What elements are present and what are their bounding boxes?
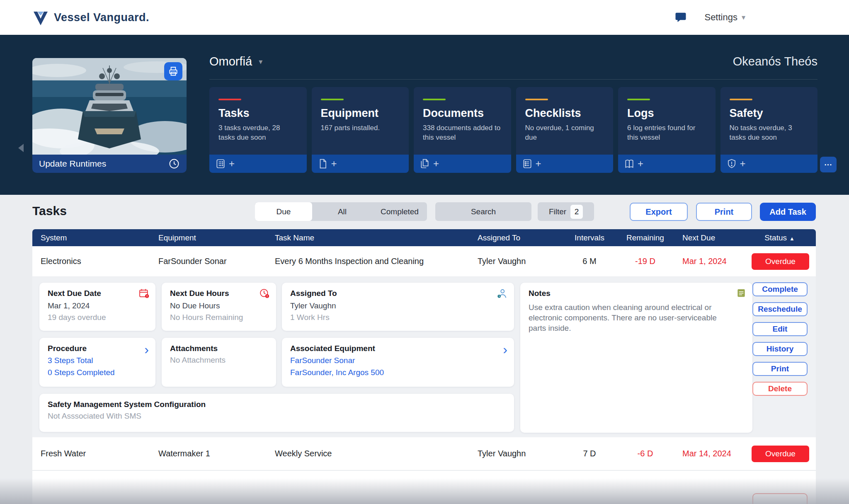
task-filter-tabs: Due All Completed bbox=[255, 202, 427, 221]
add-equipment-quick-action[interactable]: + bbox=[312, 155, 409, 173]
accent-bar bbox=[525, 99, 548, 100]
stat-card-title: Documents bbox=[423, 107, 503, 120]
previous-vessel-arrow[interactable] bbox=[18, 144, 24, 152]
table-row[interactable]: Electronics FarSounder Sonar Every 6 Mon… bbox=[32, 246, 816, 277]
row-task-name: Weekly Service bbox=[267, 449, 469, 458]
more-cards-button[interactable]: ... bbox=[820, 157, 837, 172]
accent-bar bbox=[423, 99, 446, 100]
search-button[interactable]: Search bbox=[435, 202, 531, 221]
next-due-hours-value: No Due Hours bbox=[170, 301, 268, 310]
export-button[interactable]: Export bbox=[630, 203, 688, 221]
plus-icon: + bbox=[433, 159, 439, 169]
vessel-name: Omorfiá bbox=[209, 55, 252, 68]
column-system[interactable]: System bbox=[32, 233, 150, 242]
print-task-button[interactable]: Print bbox=[752, 362, 808, 376]
row-system: Electronics bbox=[32, 257, 150, 266]
plus-icon: + bbox=[740, 159, 746, 169]
row-next-due: Mar 14, 2024 bbox=[674, 449, 743, 458]
row-equipment: Watermaker 1 bbox=[150, 449, 267, 458]
status-badge: Overdue bbox=[752, 446, 809, 462]
procedure-steps-total-link[interactable]: 3 Steps Total bbox=[48, 356, 147, 365]
shield-alert-icon bbox=[726, 158, 737, 169]
settings-menu[interactable]: Settings ▾ bbox=[704, 12, 745, 23]
sms-configuration-card: Safety Management System Configuration N… bbox=[39, 394, 514, 432]
stat-card-subtitle: 338 documents added to this vessel bbox=[423, 124, 503, 143]
stat-card-title: Equipment bbox=[321, 107, 401, 120]
history-button[interactable]: History bbox=[752, 342, 808, 356]
notes-body: Use extra caution when cleaning around e… bbox=[529, 302, 728, 333]
next-due-hours-title: Next Due Hours bbox=[170, 289, 268, 298]
column-remaining[interactable]: Remaining bbox=[616, 233, 674, 242]
edit-button[interactable]: Edit bbox=[752, 322, 808, 336]
sms-title: Safety Management System Configuration bbox=[48, 400, 506, 409]
row-task-name: Every 6 Months Inspection and Cleaning bbox=[267, 257, 469, 266]
sms-value: Not Asssociated With SMS bbox=[48, 412, 506, 421]
partial-delete-button[interactable] bbox=[752, 493, 808, 504]
add-safety-quick-action[interactable]: + bbox=[720, 155, 818, 173]
column-equipment[interactable]: Equipment bbox=[150, 233, 267, 242]
chevron-right-icon: › bbox=[503, 342, 507, 357]
tab-all[interactable]: All bbox=[312, 202, 372, 221]
stat-card-checklists[interactable]: Checklists No overdue, 1 coming due + bbox=[516, 87, 614, 173]
accent-bar bbox=[218, 99, 241, 100]
print-button[interactable]: Print bbox=[696, 203, 752, 221]
notes-title: Notes bbox=[529, 289, 744, 298]
top-bar: Vessel Vanguard. Settings ▾ bbox=[0, 0, 849, 35]
tab-due[interactable]: Due bbox=[255, 202, 312, 221]
vessel-hero: Update Runtimes Omorfiá ▾ Okeanós Theós … bbox=[0, 35, 849, 195]
reschedule-button[interactable]: Reschedule bbox=[752, 302, 808, 316]
stat-card-tasks[interactable]: Tasks 3 tasks overdue, 28 tasks due soon… bbox=[209, 87, 307, 173]
plus-icon: + bbox=[536, 159, 541, 169]
row-equipment: FarSounder Sonar bbox=[150, 257, 267, 266]
stat-card-subtitle: No overdue, 1 coming due bbox=[525, 124, 605, 143]
update-runtimes-button[interactable]: Update Runtimes bbox=[32, 155, 187, 173]
stat-card-logs[interactable]: Logs 6 log entries found for this vessel… bbox=[618, 87, 716, 173]
vessel-photo-card: Update Runtimes bbox=[32, 58, 187, 173]
column-task-name[interactable]: Task Name bbox=[267, 233, 469, 242]
tab-completed[interactable]: Completed bbox=[372, 202, 427, 221]
row-intervals: 6 M bbox=[563, 257, 616, 266]
logbook-icon bbox=[624, 158, 635, 169]
stat-card-documents[interactable]: Documents 338 documents added to this ve… bbox=[414, 87, 511, 173]
add-log-quick-action[interactable]: + bbox=[618, 155, 716, 173]
associated-equipment-link[interactable]: FarSounder, Inc Argos 500 bbox=[290, 368, 506, 377]
logo-v-icon bbox=[32, 9, 49, 26]
filter-button[interactable]: Filter 2 bbox=[538, 202, 594, 221]
plus-icon: + bbox=[331, 159, 337, 169]
tasks-section-title: Tasks bbox=[32, 204, 67, 218]
chat-icon[interactable] bbox=[674, 11, 687, 24]
associated-equipment-link[interactable]: FarSounder Sonar bbox=[290, 356, 506, 365]
brand-name: Vessel Vanguard. bbox=[54, 11, 149, 24]
procedure-card[interactable]: Procedure › 3 Steps Total 0 Steps Comple… bbox=[39, 338, 155, 387]
table-row[interactable]: Fresh Water Watermaker 1 Weekly Service … bbox=[32, 437, 816, 470]
plus-icon: + bbox=[229, 159, 235, 169]
column-next-due[interactable]: Next Due bbox=[674, 233, 743, 242]
file-icon bbox=[318, 158, 328, 169]
column-intervals[interactable]: Intervals bbox=[563, 233, 616, 242]
brand-logo[interactable]: Vessel Vanguard. bbox=[32, 9, 149, 26]
filter-count-badge: 2 bbox=[570, 205, 583, 219]
owner-name: Okeanós Theós bbox=[733, 55, 817, 68]
procedure-title: Procedure bbox=[48, 344, 147, 353]
column-status[interactable]: Status▲ bbox=[743, 233, 816, 242]
print-vessel-button[interactable] bbox=[164, 62, 182, 80]
row-remaining: -6 D bbox=[616, 449, 674, 458]
procedure-steps-completed-link[interactable]: 0 Steps Completed bbox=[48, 368, 147, 377]
complete-button[interactable]: Complete bbox=[752, 282, 808, 296]
person-clock-icon bbox=[496, 288, 508, 300]
add-task-button[interactable]: Add Task bbox=[760, 203, 816, 221]
add-document-quick-action[interactable]: + bbox=[414, 155, 511, 173]
associated-equipment-card[interactable]: Associated Equipment › FarSounder Sonar … bbox=[282, 338, 514, 387]
vessel-selector[interactable]: Omorfiá ▾ bbox=[209, 55, 262, 68]
stat-card-equipment[interactable]: Equipment 167 parts installed. + bbox=[312, 87, 409, 173]
attachments-card: Attachments No Attachments bbox=[162, 338, 276, 387]
column-assigned-to[interactable]: Assigned To bbox=[469, 233, 563, 242]
stat-card-safety[interactable]: Safety No tasks overdue, 3 tasks due soo… bbox=[720, 87, 818, 173]
add-checklist-quick-action[interactable]: + bbox=[516, 155, 614, 173]
filter-label: Filter bbox=[549, 207, 566, 216]
delete-button[interactable]: Delete bbox=[752, 382, 808, 396]
plus-icon: + bbox=[638, 159, 643, 169]
stat-card-subtitle: No tasks overdue, 3 tasks due soon bbox=[730, 124, 810, 143]
add-task-quick-action[interactable]: + bbox=[209, 155, 307, 173]
stat-card-title: Tasks bbox=[218, 107, 298, 120]
